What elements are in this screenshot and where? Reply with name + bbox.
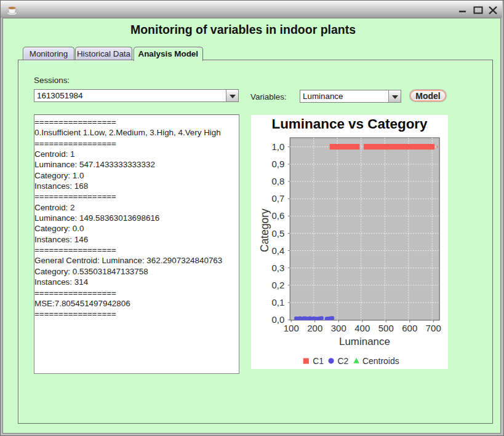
svg-text:0,2: 0,2 xyxy=(271,280,284,290)
svg-text:700: 700 xyxy=(426,323,441,333)
svg-text:0,3: 0,3 xyxy=(271,263,284,273)
svg-text:1,0: 1,0 xyxy=(271,141,284,152)
svg-text:200: 200 xyxy=(307,323,322,333)
svg-text:600: 600 xyxy=(402,323,417,333)
svg-text:300: 300 xyxy=(331,323,346,333)
svg-text:Luminance: Luminance xyxy=(339,336,390,347)
svg-text:0,1: 0,1 xyxy=(271,297,284,307)
svg-text:0,0: 0,0 xyxy=(271,314,284,325)
svg-text:100: 100 xyxy=(284,323,299,333)
svg-text:0,4: 0,4 xyxy=(271,245,284,256)
svg-text:Centroids: Centroids xyxy=(362,356,399,366)
svg-text:0,7: 0,7 xyxy=(271,193,284,204)
svg-text:Category: Category xyxy=(258,208,271,252)
svg-text:0,6: 0,6 xyxy=(271,210,284,221)
svg-text:0,9: 0,9 xyxy=(271,159,284,169)
svg-text:Luminance vs Category: Luminance vs Category xyxy=(271,116,428,132)
svg-text:0,5: 0,5 xyxy=(271,228,284,239)
svg-text:500: 500 xyxy=(378,323,394,333)
svg-text:C1: C1 xyxy=(313,356,324,366)
svg-text:C2: C2 xyxy=(338,356,349,366)
svg-text:400: 400 xyxy=(354,323,370,333)
svg-text:0,8: 0,8 xyxy=(271,176,284,186)
